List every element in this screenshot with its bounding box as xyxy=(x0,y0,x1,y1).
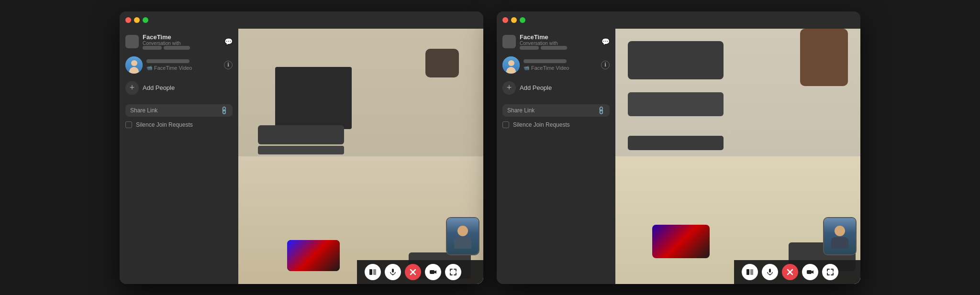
facetime-window-1: FaceTime Conversation with 💬 xyxy=(120,11,483,284)
video-icon-small: 📹 xyxy=(146,65,152,70)
traffic-lights-2 xyxy=(502,17,525,23)
tablet-screen-2 xyxy=(652,225,710,258)
contact-sub-label-2: FaceTime Video xyxy=(531,65,569,71)
sidebar-toggle-button-2[interactable] xyxy=(742,264,758,280)
minimize-button[interactable] xyxy=(134,17,140,23)
name-pill-2 xyxy=(164,46,190,50)
bag-2 xyxy=(800,29,848,86)
silence-label: Silence Join Requests xyxy=(136,121,193,128)
app-title: FaceTime xyxy=(143,33,220,41)
video-icon-small-2: 📹 xyxy=(523,65,529,70)
share-link-input-2[interactable]: Share Link 🔗 xyxy=(502,104,610,117)
self-head xyxy=(457,226,468,236)
microphone-button[interactable] xyxy=(385,264,401,280)
share-link-input[interactable]: Share Link 🔗 xyxy=(125,104,233,117)
self-person-2 xyxy=(828,226,852,254)
camera-button[interactable] xyxy=(425,264,441,280)
device-2 xyxy=(628,92,724,116)
contact-sub-label: FaceTime Video xyxy=(154,65,192,71)
title-bar-1 xyxy=(120,11,483,29)
self-body xyxy=(454,237,471,249)
app-icon-2 xyxy=(502,35,516,48)
end-call-icon-2 xyxy=(786,268,794,276)
silence-row: Silence Join Requests xyxy=(120,120,238,129)
sidebar-1: FaceTime Conversation with 💬 xyxy=(120,11,238,284)
tablet-screen xyxy=(287,240,340,271)
maximize-button[interactable] xyxy=(143,17,148,23)
sidebar-2: FaceTime Conversation with 💬 xyxy=(497,11,615,284)
app-title-2: FaceTime xyxy=(520,33,597,41)
conversation-label: Conversation with xyxy=(143,41,220,50)
device-1 xyxy=(628,41,724,79)
contact-info-2: 📹 FaceTime Video xyxy=(523,59,597,71)
svg-rect-2 xyxy=(392,269,394,273)
app-icon xyxy=(125,35,139,48)
end-call-icon xyxy=(409,268,417,276)
svg-rect-9 xyxy=(769,269,771,273)
info-button[interactable]: ℹ xyxy=(224,61,233,69)
video-area-2 xyxy=(615,29,860,284)
share-link-text: Share Link xyxy=(130,107,218,114)
sidebar-toggle-button[interactable] xyxy=(365,264,381,280)
svg-rect-8 xyxy=(750,269,753,275)
fullscreen-button[interactable] xyxy=(445,264,461,280)
name-pill-4 xyxy=(541,46,567,50)
device-box-1 xyxy=(258,125,344,144)
header-text-2: FaceTime Conversation with xyxy=(520,33,597,50)
header-text: FaceTime Conversation with xyxy=(143,33,220,50)
name-pill-1 xyxy=(143,46,162,50)
microphone-button-2[interactable] xyxy=(762,264,778,280)
close-button-2[interactable] xyxy=(502,17,508,23)
end-call-button-2[interactable] xyxy=(782,264,798,280)
svg-rect-7 xyxy=(746,269,749,275)
bag-item xyxy=(425,49,459,77)
avatar-head xyxy=(131,60,137,66)
share-link-section-2: Share Link 🔗 xyxy=(497,98,615,120)
fullscreen-button-2[interactable] xyxy=(822,264,838,280)
add-circle-icon: + xyxy=(125,81,139,95)
end-call-button[interactable] xyxy=(405,264,421,280)
camera-icon-2 xyxy=(806,268,814,276)
avatar-body-2 xyxy=(506,67,516,73)
contact-sub: 📹 FaceTime Video xyxy=(146,65,220,71)
contact-row-2: 📹 FaceTime Video ℹ xyxy=(497,53,615,77)
microphone-icon xyxy=(389,268,397,276)
message-icon-2[interactable]: 💬 xyxy=(601,37,610,46)
conversation-label-2: Conversation with xyxy=(520,41,597,50)
camera-icon xyxy=(429,268,437,276)
avatar-person xyxy=(129,60,139,74)
device-box-2 xyxy=(258,146,344,154)
facetime-window-2: FaceTime Conversation with 💬 xyxy=(497,11,860,284)
controls-bar-2 xyxy=(734,260,860,284)
silence-checkbox-2[interactable] xyxy=(502,121,509,128)
fullscreen-icon-2 xyxy=(826,268,834,276)
contact-info: 📹 FaceTime Video xyxy=(146,59,220,71)
maximize-button-2[interactable] xyxy=(520,17,525,23)
message-icon[interactable]: 💬 xyxy=(224,37,233,46)
sidebar-toggle-icon-2 xyxy=(746,268,754,276)
contact-sub-2: 📹 FaceTime Video xyxy=(523,65,597,71)
add-people-label: Add People xyxy=(143,84,175,91)
info-button-2[interactable]: ℹ xyxy=(601,61,610,69)
traffic-lights xyxy=(125,17,148,23)
add-circle-icon-2: + xyxy=(502,81,516,95)
svg-rect-6 xyxy=(430,270,434,274)
sidebar-toggle-icon xyxy=(369,268,377,276)
device-3 xyxy=(628,136,724,150)
close-button[interactable] xyxy=(125,17,131,23)
silence-checkbox[interactable] xyxy=(125,121,132,128)
share-link-section: Share Link 🔗 xyxy=(120,98,238,120)
self-view-2[interactable] xyxy=(823,217,857,255)
self-view-1[interactable] xyxy=(446,217,479,255)
fullscreen-icon xyxy=(449,268,457,276)
self-view-inner xyxy=(447,218,479,254)
tablet-device xyxy=(287,240,340,271)
minimize-button-2[interactable] xyxy=(511,17,517,23)
camera-button-2[interactable] xyxy=(802,264,818,280)
silence-row-2: Silence Join Requests xyxy=(497,120,615,129)
add-people-button[interactable]: + Add People xyxy=(120,77,238,98)
sidebar-header: FaceTime Conversation with 💬 xyxy=(120,29,238,53)
add-people-button-2[interactable]: + Add People xyxy=(497,77,615,98)
avatar-body xyxy=(129,67,139,73)
self-person xyxy=(451,226,475,254)
